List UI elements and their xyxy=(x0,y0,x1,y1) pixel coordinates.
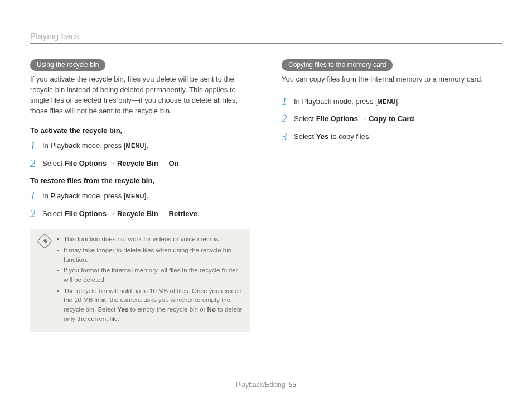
text: ]. xyxy=(144,192,148,200)
page-footer: Playback/Editing55 xyxy=(0,381,532,389)
step-number: 2 xyxy=(282,113,294,124)
step-number: 2 xyxy=(30,208,42,219)
note-item: This function does not work for videos o… xyxy=(57,234,244,244)
menu-path-item: File Options xyxy=(65,209,107,218)
recycle-intro: If you activate the recycle bin, files y… xyxy=(30,74,250,116)
step-text: In Playback mode, press [MENU]. xyxy=(42,190,148,202)
option-yes: Yes xyxy=(118,306,129,313)
step-text: In Playback mode, press [MENU]. xyxy=(294,96,400,107)
copy-intro: You can copy files from the internal mem… xyxy=(282,74,502,85)
step-text: Select Yes to copy files. xyxy=(294,131,371,142)
footer-page-number: 55 xyxy=(289,381,296,389)
menu-path-item: Retrieve xyxy=(169,209,197,218)
content-columns: Using the recycle bin If you activate th… xyxy=(30,59,502,332)
step-text: In Playback mode, press [MENU]. xyxy=(42,140,148,151)
step-item: 1 In Playback mode, press [MENU]. xyxy=(30,189,250,202)
step-item: 2 Select File Options→Copy to Card. xyxy=(282,112,502,125)
menu-path-item: Recycle Bin xyxy=(117,209,158,218)
step-text: Select File Options→Recycle Bin→Retrieve… xyxy=(42,208,200,219)
section-pill-recycle: Using the recycle bin xyxy=(30,59,105,71)
subheading-restore: To restore files from the recycle bin, xyxy=(30,176,250,185)
text: Select xyxy=(42,209,65,218)
footer-section: Playback/Editing xyxy=(236,381,286,389)
arrow-icon: → xyxy=(158,159,169,168)
text: Select xyxy=(294,132,316,141)
page-header-title: Playing back xyxy=(30,31,502,43)
step-item: 3 Select Yes to copy files. xyxy=(282,130,502,142)
note-list: This function does not work for videos o… xyxy=(57,234,244,325)
step-item: 1 In Playback mode, press [MENU]. xyxy=(282,95,502,107)
manual-page: Playing back Using the recycle bin If yo… xyxy=(0,0,532,402)
menu-button-label: MENU xyxy=(126,193,144,199)
text: In Playback mode, press [ xyxy=(294,97,378,106)
menu-path-item: File Options xyxy=(65,159,107,168)
text: In Playback mode, press [ xyxy=(42,192,126,200)
note-item: If you format the internal memory, all f… xyxy=(57,266,244,284)
menu-button-label: MENU xyxy=(126,142,144,149)
right-column: Copying files to the memory card You can… xyxy=(282,59,502,332)
text: Select xyxy=(294,114,316,123)
step-number: 1 xyxy=(282,96,294,107)
arrow-icon: → xyxy=(358,114,369,123)
step-number: 1 xyxy=(30,190,42,201)
steps-restore: 1 In Playback mode, press [MENU]. 2 Sele… xyxy=(30,189,250,219)
step-text: Select File Options→Recycle Bin→On. xyxy=(42,158,181,169)
text: . xyxy=(197,209,200,218)
step-item: 2 Select File Options→Recycle Bin→Retrie… xyxy=(30,207,250,219)
steps-copy: 1 In Playback mode, press [MENU]. 2 Sele… xyxy=(282,95,502,142)
option-no: No xyxy=(207,306,216,313)
arrow-icon: → xyxy=(107,209,117,218)
step-item: 2 Select File Options→Recycle Bin→On. xyxy=(30,157,250,169)
menu-path-item: On xyxy=(169,159,179,168)
note-item: It may take longer to delete files when … xyxy=(57,246,244,264)
step-number: 3 xyxy=(282,131,294,142)
text: ]. xyxy=(144,141,148,150)
text: to empty the recycle bin or xyxy=(128,306,207,313)
note-item: The recycle bin will hold up to 10 MB of… xyxy=(57,286,244,324)
step-text: Select File Options→Copy to Card. xyxy=(294,113,416,125)
text: In Playback mode, press [ xyxy=(42,141,126,150)
text: . xyxy=(414,114,417,123)
left-column: Using the recycle bin If you activate th… xyxy=(30,59,250,332)
section-pill-copy: Copying files to the memory card xyxy=(282,59,393,71)
step-number: 1 xyxy=(30,140,42,151)
step-item: 1 In Playback mode, press [MENU]. xyxy=(30,139,250,151)
arrow-icon: → xyxy=(158,209,169,218)
note-box: ✎ This function does not work for videos… xyxy=(30,229,250,332)
text: Select xyxy=(42,159,65,168)
text: ]. xyxy=(396,97,400,106)
menu-button-label: MENU xyxy=(378,98,396,105)
menu-path-item: Recycle Bin xyxy=(117,159,158,168)
note-icon: ✎ xyxy=(37,233,52,249)
text: to copy files. xyxy=(328,132,371,141)
option-yes: Yes xyxy=(316,132,328,141)
menu-path-item: File Options xyxy=(316,114,358,123)
steps-activate: 1 In Playback mode, press [MENU]. 2 Sele… xyxy=(30,139,250,169)
menu-path-item: Copy to Card xyxy=(369,114,414,123)
step-number: 2 xyxy=(30,158,42,169)
header-rule xyxy=(30,43,502,44)
arrow-icon: → xyxy=(107,159,117,168)
subheading-activate: To activate the recycle bin, xyxy=(30,126,250,135)
text: . xyxy=(179,159,181,168)
